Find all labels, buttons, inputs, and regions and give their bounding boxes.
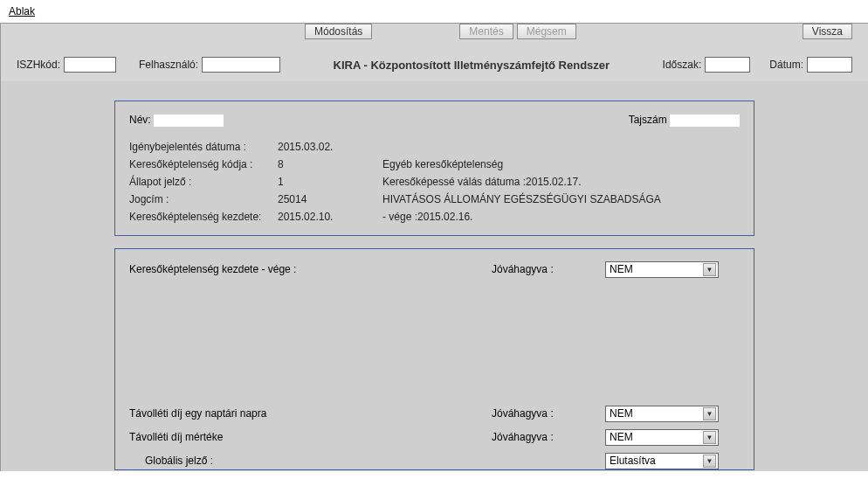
igeny-value: 2015.03.02. [278,141,382,153]
chevron-down-icon: ▼ [703,407,716,420]
chevron-down-icon: ▼ [703,431,716,444]
menu-ablak[interactable]: Ablak [9,5,35,17]
kkod-desc: Egyéb keresőképtelenség [382,158,740,170]
mentes-button[interactable]: Mentés [459,24,513,39]
row2-select-value: NEM [610,407,633,420]
kereso-value: 2015.02.17. [526,176,581,188]
iszh-input[interactable] [64,57,116,73]
app-title: KIRA - Központosított Illetményszámfejtő… [284,59,659,72]
content-area: Név: Tajszám Igénybejelentés dátuma : 20… [0,81,868,471]
idoszak-input[interactable] [705,57,750,73]
megsem-button[interactable]: Mégsem [517,24,576,39]
kkezd-label: Keresőképtelenség kezdete: [129,211,278,223]
row2-label: Távolléti díj egy naptári napra [129,407,492,420]
kkezd-value: 2015.02.10. [278,211,382,223]
tajszam-label: Tajszám [629,114,667,126]
jogcim-desc: HIVATÁSOS ÁLLOMÁNY EGÉSZSÉGÜGYI SZABADSÁ… [382,193,740,205]
row2-jova-label: Jóváhagyva : [492,407,605,420]
jogcim-label: Jogcím : [129,193,278,205]
iszh-label: ISZHkód: [17,59,60,71]
kvege-label: - vége : [382,211,417,223]
kkod-value: 8 [278,158,382,170]
row1-select[interactable]: NEM ▼ [605,261,719,278]
modositas-button[interactable]: Módosítás [305,24,372,39]
vissza-button[interactable]: Vissza [803,24,852,39]
row1-label: Keresőképtelenség kezdete - vége : [129,263,492,275]
felh-label: Felhasználó: [139,59,198,71]
button-row: Módosítás Mentés Mégsem Vissza [17,24,852,52]
nev-value [154,115,224,127]
approval-panel: Keresőképtelenség kezdete - vége : Jóváh… [114,248,754,470]
row3-select[interactable]: NEM ▼ [605,429,719,446]
row3-jova-label: Jóváhagyva : [492,431,605,443]
row4-select-value: Elutasítva [610,455,656,467]
nev-label: Név: [129,114,151,126]
felh-input[interactable] [202,57,280,73]
allapot-value: 1 [278,176,382,188]
header-row: ISZHkód: Felhasználó: KIRA - Központosít… [17,52,852,73]
jogcim-value: 25014 [278,193,382,205]
row4-select[interactable]: Elutasítva ▼ [605,453,719,469]
idoszak-label: Időszak: [663,59,702,71]
row2-select[interactable]: NEM ▼ [605,406,719,422]
menubar: Ablak [0,0,868,24]
tajszam-value [670,115,740,127]
row4-label: Globális jelző : [145,455,492,467]
row3-select-value: NEM [610,431,633,443]
kvege-value: 2015.02.16. [417,211,472,223]
toolbar-area: Módosítás Mentés Mégsem Vissza ISZHkód: … [0,24,868,81]
row1-select-value: NEM [610,263,633,275]
kereso-label: Keresőképessé válás dátuma : [382,176,526,188]
igeny-label: Igénybejelentés dátuma : [129,141,278,153]
chevron-down-icon: ▼ [703,455,716,468]
row1-jova-label: Jóváhagyva : [492,263,605,275]
datum-label: Dátum: [769,59,803,71]
datum-input[interactable] [807,57,852,73]
kkod-label: Keresőképtelenség kódja : [129,158,278,170]
info-panel: Név: Tajszám Igénybejelentés dátuma : 20… [114,101,754,236]
chevron-down-icon: ▼ [703,263,716,276]
allapot-label: Állapot jelző : [129,176,278,188]
row3-label: Távolléti díj mértéke [129,431,492,443]
